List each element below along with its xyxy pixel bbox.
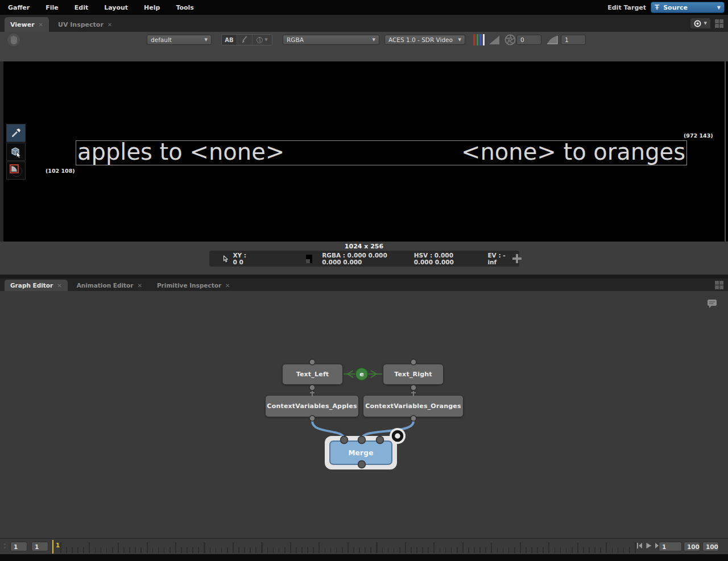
image-resolution-label: 1024 x 256 [0, 243, 728, 250]
menu-edit[interactable]: Edit [67, 0, 96, 15]
skip-to-start-icon[interactable] [636, 542, 643, 549]
compare-index-badge: 1 [257, 37, 263, 43]
layout-grid-icon[interactable] [715, 19, 723, 28]
status-rgba: RGBA : 0.000 0.000 0.000 0.000 [322, 252, 399, 265]
add-sample-icon[interactable] [512, 254, 519, 263]
connector-dot[interactable] [309, 385, 315, 390]
ab-compare-button[interactable]: AB [222, 35, 237, 45]
close-icon[interactable]: ✕ [57, 282, 61, 289]
status-xy: XY : 0 0 [233, 252, 251, 265]
color-picker-tool-button[interactable] [6, 124, 26, 142]
playhead-label: 1 [56, 542, 60, 548]
tab-animation-editor[interactable]: Animation Editor ✕ [71, 280, 148, 291]
timeline-bar: 1 1 1 1 100 100 [0, 538, 728, 554]
exposure-field[interactable]: 0 [516, 35, 541, 45]
pan-hand-icon[interactable] [7, 33, 20, 47]
edit-target-value: Source [663, 4, 688, 11]
node-label: Merge [348, 449, 373, 457]
layout-grid-icon[interactable] [715, 281, 723, 289]
playhead[interactable] [52, 540, 53, 554]
menu-gaffer[interactable]: Gaffer [0, 0, 38, 15]
play-icon[interactable] [646, 542, 652, 549]
panel-divider[interactable] [0, 275, 728, 279]
viewer-tool-stack [6, 124, 26, 180]
rendered-text-left: apples to <none> [77, 139, 284, 165]
connector-dot[interactable] [411, 385, 416, 390]
tab-primitive-inspector-label: Primitive Inspector [157, 282, 221, 289]
status-hsv: HSV : 0.000 0.000 0.000 [414, 252, 473, 265]
timeline-frame-field[interactable]: 1 [659, 542, 682, 551]
cursor-icon [223, 254, 228, 264]
timeline-range-start-field[interactable]: 1 [10, 542, 27, 551]
image-selection-box: apples to <none> <none> to oranges [76, 140, 687, 165]
close-icon[interactable]: ✕ [107, 22, 112, 28]
tab-uv-inspector[interactable]: UV Inspector ✕ [52, 17, 118, 32]
gamma-curve-icon[interactable] [547, 35, 558, 44]
selection-tool-button[interactable] [6, 143, 26, 161]
expression-node-label[interactable]: e [355, 368, 368, 380]
wipe-icon [241, 36, 248, 44]
wipe-tool-button[interactable] [237, 35, 253, 45]
crop-icon [9, 164, 23, 177]
menu-tools[interactable]: Tools [168, 0, 201, 15]
tab-graph-editor-label: Graph Editor [10, 282, 53, 289]
node-merge-selected[interactable]: Merge [325, 436, 397, 469]
view-select-value: default [151, 36, 172, 43]
viewer-viewport[interactable]: apples to <none> <none> to oranges (102 … [0, 61, 728, 242]
chevron-down-icon: ▼ [205, 38, 208, 42]
node-contextvariables-apples[interactable]: ContextVariables_Apples [265, 395, 359, 417]
node-merge-body: Merge [329, 441, 392, 465]
tab-viewer[interactable]: Viewer ✕ [5, 17, 49, 32]
aperture-icon[interactable] [504, 34, 516, 45]
menu-bar: Gaffer File Edit Layout Help Tools Edit … [0, 0, 728, 15]
chevron-down-icon: ▼ [704, 21, 707, 26]
channels-value: RGBA [287, 36, 304, 43]
chevron-down-icon: ▼ [717, 5, 721, 10]
tab-primitive-inspector[interactable]: Primitive Inspector ✕ [151, 280, 236, 291]
tab-graph-editor[interactable]: Graph Editor ✕ [5, 280, 68, 291]
node-contextvariables-oranges[interactable]: ContextVariables_Oranges [363, 395, 464, 417]
graph-editor-canvas[interactable]: Text_Left Text_Right ContextVariables_Ap… [0, 291, 728, 538]
ruler-ticks-major [60, 542, 636, 553]
timeline-end-frame-field[interactable]: 100 [702, 542, 719, 551]
timeline-ruler[interactable]: 1 [51, 539, 636, 555]
timeline-range-end-field[interactable]: 100 [684, 542, 700, 551]
crop-window-tool-button[interactable] [6, 161, 26, 180]
view-select-dropdown[interactable]: default ▼ [147, 35, 212, 45]
close-icon[interactable]: ✕ [138, 282, 142, 289]
tab-viewer-label: Viewer [10, 21, 35, 28]
gamma-field[interactable]: 1 [561, 35, 586, 45]
coord-label-bottom-left: (102 108) [46, 168, 75, 174]
node-text-left[interactable]: Text_Left [282, 364, 343, 385]
node-label: ContextVariables_Oranges [365, 402, 461, 410]
timeline-grip [4, 543, 6, 548]
menu-help[interactable]: Help [136, 0, 168, 15]
arrow-left-icon [348, 371, 353, 377]
chevron-down-icon: ▼ [373, 38, 375, 42]
compare-image-dropdown[interactable]: 1 ▼ [253, 35, 272, 45]
channels-dropdown[interactable]: RGBA ▼ [283, 35, 379, 45]
viewport-left-gutter [0, 61, 3, 242]
display-transform-value: ACES 1.0 - SDR Video [388, 36, 453, 43]
annotation-bubble-icon[interactable] [706, 298, 718, 309]
exposure-triangle-icon[interactable] [489, 36, 499, 44]
edit-target-dropdown[interactable]: Ŧ Source ▼ [651, 2, 725, 13]
target-icon [694, 20, 701, 27]
timeline-current-frame-field[interactable]: 1 [31, 542, 48, 551]
compare-button-group: AB 1 ▼ [221, 34, 272, 45]
viewer-focus-button[interactable]: ▼ [690, 18, 710, 28]
playback-controls [636, 542, 661, 549]
coord-label-top-right: (972 143) [684, 132, 713, 139]
edit-target-label: Edit Target [607, 4, 646, 11]
close-icon[interactable]: ✕ [225, 282, 230, 289]
display-transform-dropdown[interactable]: ACES 1.0 - SDR Video ▼ [384, 35, 465, 45]
channel-solo-icon[interactable] [473, 34, 485, 45]
menu-file[interactable]: File [38, 0, 67, 15]
tab-animation-editor-label: Animation Editor [77, 282, 134, 289]
viewport-right-edge [725, 61, 726, 242]
arrow-right-icon [371, 371, 377, 377]
node-text-right[interactable]: Text_Right [383, 364, 444, 385]
menu-layout[interactable]: Layout [96, 0, 136, 15]
close-icon[interactable]: ✕ [39, 22, 43, 28]
pixel-color-swatch [306, 255, 312, 263]
